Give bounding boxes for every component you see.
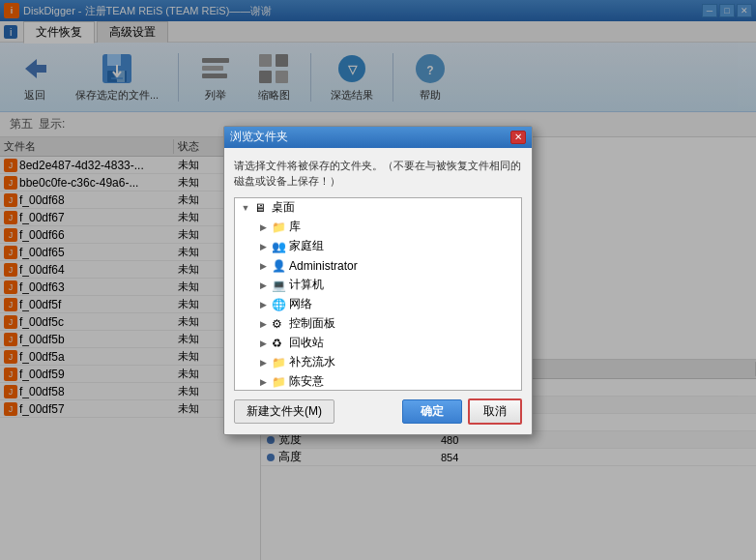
dialog-message: 请选择文件将被保存的文件夹。（不要在与被恢复文件相同的磁盘或设备上保存！） [234, 158, 522, 190]
tree-item-library[interactable]: ▶ 📁 库 [235, 218, 521, 237]
tree-item-label: 网络 [289, 296, 312, 312]
dialog-titlebar: 浏览文件夹 ✕ [224, 127, 532, 148]
tree-item-bangan[interactable]: ▶ 📁 陈安意 [235, 372, 521, 391]
cancel-button[interactable]: 取消 [468, 398, 522, 425]
dialog-close-button[interactable]: ✕ [510, 131, 526, 144]
tree-item-network[interactable]: ▶ 🌐 网络 [235, 295, 521, 314]
tree-item-label: 控制面板 [289, 315, 335, 332]
tree-expand-icon[interactable]: ▶ [256, 279, 270, 292]
dialog-overlay: 浏览文件夹 ✕ 请选择文件将被保存的文件夹。（不要在与被恢复文件相同的磁盘或设备… [0, 0, 756, 560]
tree-expand-icon[interactable]: ▶ [256, 259, 270, 273]
tree-folder-icon: ♻ [272, 337, 287, 350]
tree-folder-icon: ⚙ [272, 317, 287, 331]
tree-expand-icon[interactable]: ▶ [256, 240, 270, 253]
tree-expand-icon[interactable]: ▶ [256, 356, 270, 369]
tree-folder-icon: 👥 [272, 240, 287, 253]
tree-item-recycle[interactable]: ▶ ♻ 回收站 [235, 334, 521, 353]
tree-item-label: 回收站 [289, 335, 324, 351]
tree-item-label: 计算机 [289, 277, 324, 293]
tree-expand-icon[interactable]: ▼ [239, 201, 252, 215]
tree-folder-icon: 💻 [272, 279, 287, 292]
tree-item-family[interactable]: ▶ 👥 家庭组 [235, 237, 521, 256]
tree-folder-icon: 📁 [272, 356, 287, 369]
tree-item-computer[interactable]: ▶ 💻 计算机 [235, 276, 521, 295]
tree-expand-icon[interactable]: ▶ [256, 317, 270, 331]
tree-folder-icon: 👤 [272, 259, 287, 273]
dialog-body: 请选择文件将被保存的文件夹。（不要在与被恢复文件相同的磁盘或设备上保存！） ▼ … [224, 148, 532, 434]
tree-item-supplement[interactable]: ▶ 📁 补充流水 [235, 353, 521, 372]
tree-item-label: 库 [289, 219, 301, 235]
tree-expand-icon[interactable]: ▶ [256, 298, 270, 311]
ok-button[interactable]: 确定 [402, 399, 462, 424]
tree-folder-icon: 📁 [272, 375, 287, 389]
tree-expand-icon[interactable]: ▶ [256, 337, 270, 350]
tree-item-label: Administrator [289, 259, 358, 273]
tree-expand-icon[interactable]: ▶ [256, 221, 270, 234]
tree-folder-icon: 🌐 [272, 298, 287, 311]
tree-expand-icon[interactable]: ▶ [256, 375, 270, 389]
tree-item-label: 桌面 [272, 199, 295, 216]
tree-item-desktop[interactable]: ▼ 🖥 桌面 [235, 198, 521, 218]
browse-folder-dialog: 浏览文件夹 ✕ 请选择文件将被保存的文件夹。（不要在与被恢复文件相同的磁盘或设备… [223, 126, 533, 435]
tree-item-controlpanel[interactable]: ▶ ⚙ 控制面板 [235, 314, 521, 334]
dialog-tree[interactable]: ▼ 🖥 桌面 ▶ 📁 库 ▶ 👥 家庭组 ▶ 👤 Administrator ▶… [234, 197, 522, 391]
tree-folder-icon: 🖥 [254, 201, 270, 215]
dialog-title: 浏览文件夹 [230, 129, 288, 145]
tree-item-admin[interactable]: ▶ 👤 Administrator [235, 256, 521, 276]
tree-item-label: 补充流水 [289, 354, 335, 370]
dialog-buttons: 新建文件夹(M) 确定 取消 [234, 398, 522, 425]
tree-folder-icon: 📁 [272, 221, 287, 234]
tree-item-label: 家庭组 [289, 238, 324, 254]
tree-item-label: 陈安意 [289, 373, 324, 390]
new-folder-button[interactable]: 新建文件夹(M) [234, 399, 334, 424]
